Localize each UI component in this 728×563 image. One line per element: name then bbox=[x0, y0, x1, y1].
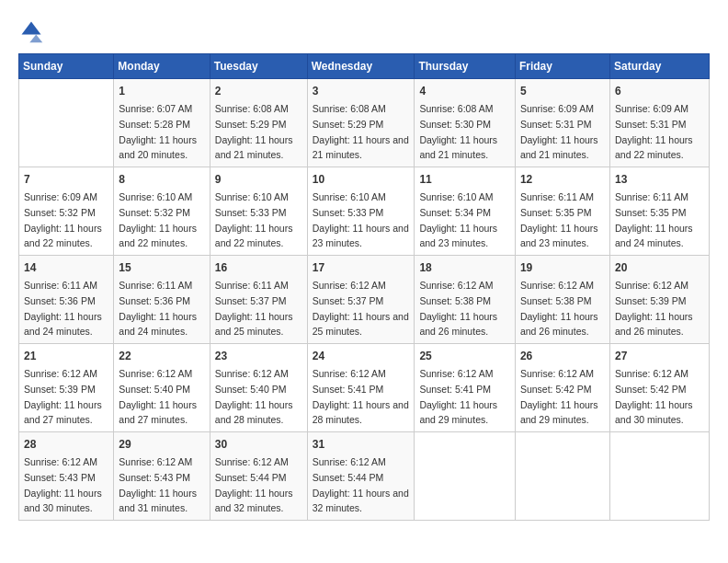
day-daylight: Daylight: 11 hours and 29 minutes. bbox=[419, 399, 497, 426]
column-header-saturday: Saturday bbox=[609, 54, 709, 79]
day-daylight: Daylight: 11 hours and 26 minutes. bbox=[615, 311, 693, 338]
calendar-cell: 17 Sunrise: 6:12 AM Sunset: 5:37 PM Dayl… bbox=[307, 256, 415, 344]
day-daylight: Daylight: 11 hours and 30 minutes. bbox=[24, 488, 102, 514]
day-sunrise: Sunrise: 6:08 AM bbox=[313, 103, 386, 114]
calendar-cell bbox=[609, 432, 709, 521]
day-sunrise: Sunrise: 6:11 AM bbox=[215, 280, 289, 291]
header-row: SundayMondayTuesdayWednesdayThursdayFrid… bbox=[19, 54, 710, 79]
day-number: 21 bbox=[24, 348, 108, 364]
svg-marker-0 bbox=[22, 22, 41, 35]
day-number: 2 bbox=[215, 83, 302, 99]
day-daylight: Daylight: 11 hours and 24 minutes. bbox=[119, 311, 197, 338]
day-daylight: Daylight: 11 hours and 22 minutes. bbox=[24, 223, 102, 249]
day-number: 8 bbox=[119, 171, 204, 188]
day-sunset: Sunset: 5:31 PM bbox=[615, 119, 687, 130]
day-daylight: Daylight: 11 hours and 21 minutes. bbox=[520, 134, 598, 161]
day-daylight: Daylight: 11 hours and 25 minutes. bbox=[313, 311, 409, 338]
day-sunrise: Sunrise: 6:12 AM bbox=[419, 368, 493, 379]
calendar-cell: 1 Sunrise: 6:07 AM Sunset: 5:28 PM Dayli… bbox=[114, 79, 210, 167]
day-daylight: Daylight: 11 hours and 26 minutes. bbox=[419, 311, 497, 338]
day-number: 18 bbox=[419, 259, 510, 276]
day-sunset: Sunset: 5:41 PM bbox=[313, 384, 384, 395]
day-sunrise: Sunrise: 6:09 AM bbox=[24, 191, 97, 202]
day-sunrise: Sunrise: 6:09 AM bbox=[615, 103, 688, 114]
calendar-cell: 11 Sunrise: 6:10 AM Sunset: 5:34 PM Dayl… bbox=[415, 167, 516, 256]
calendar-cell: 30 Sunrise: 6:12 AM Sunset: 5:44 PM Dayl… bbox=[210, 432, 307, 521]
calendar-cell bbox=[415, 432, 516, 521]
day-sunset: Sunset: 5:39 PM bbox=[615, 295, 687, 306]
calendar-cell: 4 Sunrise: 6:08 AM Sunset: 5:30 PM Dayli… bbox=[415, 79, 516, 167]
day-sunrise: Sunrise: 6:12 AM bbox=[520, 368, 594, 379]
svg-marker-1 bbox=[29, 35, 42, 43]
day-daylight: Daylight: 11 hours and 24 minutes. bbox=[24, 311, 102, 338]
day-sunset: Sunset: 5:34 PM bbox=[419, 207, 491, 218]
day-number: 14 bbox=[24, 259, 108, 276]
calendar-cell bbox=[19, 79, 114, 167]
day-daylight: Daylight: 11 hours and 31 minutes. bbox=[119, 488, 197, 514]
day-sunset: Sunset: 5:37 PM bbox=[215, 295, 287, 306]
day-sunrise: Sunrise: 6:07 AM bbox=[119, 103, 192, 114]
day-sunrise: Sunrise: 6:11 AM bbox=[520, 191, 594, 202]
day-number: 22 bbox=[119, 348, 204, 364]
day-sunrise: Sunrise: 6:09 AM bbox=[520, 103, 594, 114]
column-header-monday: Monday bbox=[114, 54, 210, 79]
day-sunrise: Sunrise: 6:12 AM bbox=[419, 280, 493, 291]
calendar-cell: 3 Sunrise: 6:08 AM Sunset: 5:29 PM Dayli… bbox=[307, 79, 415, 167]
day-number: 17 bbox=[313, 259, 410, 276]
day-number: 5 bbox=[520, 83, 605, 99]
day-daylight: Daylight: 11 hours and 22 minutes. bbox=[119, 223, 197, 249]
day-sunset: Sunset: 5:42 PM bbox=[520, 384, 592, 395]
day-number: 13 bbox=[615, 171, 704, 188]
day-number: 28 bbox=[24, 436, 108, 453]
calendar-cell: 18 Sunrise: 6:12 AM Sunset: 5:38 PM Dayl… bbox=[415, 256, 516, 344]
day-number: 15 bbox=[119, 259, 204, 276]
day-sunset: Sunset: 5:41 PM bbox=[419, 384, 491, 395]
day-sunset: Sunset: 5:29 PM bbox=[313, 119, 384, 130]
calendar-cell: 8 Sunrise: 6:10 AM Sunset: 5:32 PM Dayli… bbox=[114, 167, 210, 256]
day-sunrise: Sunrise: 6:10 AM bbox=[215, 191, 289, 202]
day-sunrise: Sunrise: 6:12 AM bbox=[313, 280, 386, 291]
day-daylight: Daylight: 11 hours and 23 minutes. bbox=[419, 223, 497, 249]
day-daylight: Daylight: 11 hours and 26 minutes. bbox=[520, 311, 598, 338]
day-number: 16 bbox=[215, 259, 302, 276]
day-daylight: Daylight: 11 hours and 32 minutes. bbox=[215, 488, 293, 514]
day-number: 30 bbox=[215, 436, 302, 453]
day-daylight: Daylight: 11 hours and 25 minutes. bbox=[215, 311, 293, 338]
day-sunset: Sunset: 5:28 PM bbox=[119, 119, 190, 130]
day-number: 24 bbox=[313, 348, 410, 364]
day-sunset: Sunset: 5:38 PM bbox=[520, 295, 592, 306]
day-sunset: Sunset: 5:39 PM bbox=[24, 384, 96, 395]
day-number: 10 bbox=[313, 171, 410, 188]
day-sunset: Sunset: 5:37 PM bbox=[313, 295, 384, 306]
calendar-cell: 10 Sunrise: 6:10 AM Sunset: 5:33 PM Dayl… bbox=[307, 167, 415, 256]
day-sunset: Sunset: 5:40 PM bbox=[215, 384, 287, 395]
week-row-4: 21 Sunrise: 6:12 AM Sunset: 5:39 PM Dayl… bbox=[19, 344, 710, 432]
calendar-cell: 25 Sunrise: 6:12 AM Sunset: 5:41 PM Dayl… bbox=[415, 344, 516, 432]
day-sunrise: Sunrise: 6:12 AM bbox=[615, 368, 688, 379]
calendar-cell: 13 Sunrise: 6:11 AM Sunset: 5:35 PM Dayl… bbox=[609, 167, 709, 256]
day-sunset: Sunset: 5:32 PM bbox=[24, 207, 96, 218]
day-daylight: Daylight: 11 hours and 27 minutes. bbox=[119, 399, 197, 426]
header bbox=[18, 18, 710, 44]
day-sunrise: Sunrise: 6:12 AM bbox=[313, 368, 386, 379]
day-number: 23 bbox=[215, 348, 302, 364]
day-daylight: Daylight: 11 hours and 21 minutes. bbox=[313, 134, 409, 161]
day-number: 12 bbox=[520, 171, 605, 188]
calendar-cell: 2 Sunrise: 6:08 AM Sunset: 5:29 PM Dayli… bbox=[210, 79, 307, 167]
day-sunset: Sunset: 5:36 PM bbox=[119, 295, 190, 306]
calendar-cell: 9 Sunrise: 6:10 AM Sunset: 5:33 PM Dayli… bbox=[210, 167, 307, 256]
day-sunset: Sunset: 5:40 PM bbox=[119, 384, 190, 395]
calendar-cell: 26 Sunrise: 6:12 AM Sunset: 5:42 PM Dayl… bbox=[515, 344, 609, 432]
day-sunrise: Sunrise: 6:12 AM bbox=[24, 368, 97, 379]
day-daylight: Daylight: 11 hours and 23 minutes. bbox=[313, 223, 409, 249]
column-header-tuesday: Tuesday bbox=[210, 54, 307, 79]
day-sunrise: Sunrise: 6:12 AM bbox=[215, 368, 289, 379]
day-daylight: Daylight: 11 hours and 21 minutes. bbox=[419, 134, 497, 161]
day-sunrise: Sunrise: 6:12 AM bbox=[24, 456, 97, 467]
calendar-cell: 23 Sunrise: 6:12 AM Sunset: 5:40 PM Dayl… bbox=[210, 344, 307, 432]
day-sunset: Sunset: 5:33 PM bbox=[313, 207, 384, 218]
logo-icon bbox=[18, 18, 44, 44]
day-sunset: Sunset: 5:33 PM bbox=[215, 207, 287, 218]
day-sunrise: Sunrise: 6:08 AM bbox=[419, 103, 493, 114]
week-row-1: 1 Sunrise: 6:07 AM Sunset: 5:28 PM Dayli… bbox=[19, 79, 710, 167]
